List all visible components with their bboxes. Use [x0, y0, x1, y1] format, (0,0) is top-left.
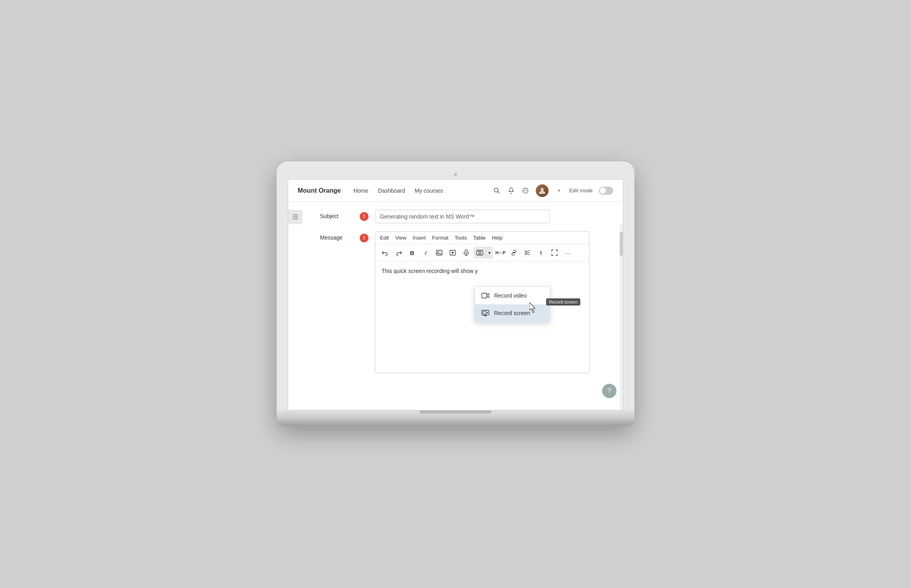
- svg-point-30: [487, 312, 488, 313]
- scrollbar-thumb[interactable]: [620, 232, 623, 256]
- svg-rect-29: [483, 311, 487, 314]
- camera-dropdown-arrow[interactable]: ▾: [486, 247, 493, 259]
- camera-button-main[interactable]: [474, 247, 486, 259]
- laptop-screen: Mount Orange Home Dashboard My courses: [288, 179, 623, 410]
- fullscreen-button[interactable]: [549, 247, 560, 259]
- svg-line-1: [498, 191, 500, 193]
- menu-insert[interactable]: Insert: [413, 235, 426, 241]
- record-audio-button[interactable]: [460, 247, 472, 259]
- svg-rect-10: [436, 250, 442, 255]
- record-video-item[interactable]: Record video: [475, 287, 550, 304]
- menu-table[interactable]: Table: [473, 235, 485, 241]
- messages-icon[interactable]: [521, 187, 529, 195]
- notifications-icon[interactable]: [507, 187, 515, 195]
- insert-media-button[interactable]: [447, 247, 459, 259]
- scrollbar-track: [620, 224, 623, 410]
- nav-home[interactable]: Home: [353, 188, 368, 194]
- svg-point-4: [525, 190, 526, 191]
- help-button[interactable]: ?: [602, 384, 616, 398]
- svg-marker-25: [487, 294, 489, 298]
- search-icon[interactable]: [493, 187, 501, 195]
- record-screen-item[interactable]: Record screen: [475, 304, 550, 322]
- svg-rect-17: [477, 251, 483, 255]
- svg-point-5: [526, 190, 527, 191]
- menu-view[interactable]: View: [395, 235, 406, 241]
- insert-link-button[interactable]: [508, 247, 520, 259]
- editor-menubar: Edit View Insert Format Tools Table Help: [375, 232, 589, 244]
- user-dropdown-icon[interactable]: ▾: [555, 187, 563, 195]
- edit-mode-toggle[interactable]: [599, 187, 613, 195]
- menu-format[interactable]: Format: [432, 235, 448, 241]
- record-video-label: Record video: [494, 292, 527, 299]
- redo-button[interactable]: [393, 247, 405, 259]
- subject-label: Subject: [320, 210, 360, 219]
- menu-help[interactable]: Help: [492, 235, 502, 241]
- svg-point-19: [525, 251, 527, 252]
- svg-point-18: [479, 252, 481, 254]
- subject-row: Subject !: [320, 210, 599, 223]
- svg-point-3: [524, 190, 525, 191]
- record-screen-tooltip: Record screen: [546, 298, 580, 306]
- record-video-icon: [481, 291, 490, 300]
- camera-dropdown-menu: Record video Record screen: [475, 286, 550, 322]
- svg-rect-9: [293, 219, 298, 219]
- message-label: Message: [320, 231, 360, 241]
- svg-point-6: [541, 188, 544, 191]
- italic-button[interactable]: I: [420, 247, 432, 259]
- main-content: Subject ! Message ! Edit View Insert: [288, 202, 623, 410]
- sidebar-toggle-button[interactable]: [288, 210, 302, 224]
- editor-content: This quick screen recording will show y: [382, 268, 478, 274]
- laptop-bottom: [277, 419, 634, 426]
- svg-line-22: [527, 253, 530, 255]
- navbar: Mount Orange Home Dashboard My courses: [288, 180, 623, 202]
- editor-toolbar: B I: [375, 244, 589, 261]
- svg-rect-7: [293, 215, 298, 215]
- svg-point-20: [525, 253, 527, 255]
- navbar-actions: ▾ Edit mode: [493, 184, 613, 197]
- bold-button[interactable]: B: [406, 247, 418, 259]
- menu-tools[interactable]: Tools: [455, 235, 467, 241]
- edit-mode-label: Edit mode: [569, 188, 593, 193]
- menu-edit[interactable]: Edit: [380, 235, 389, 241]
- nav-my-courses[interactable]: My courses: [415, 188, 443, 194]
- nav-dashboard[interactable]: Dashboard: [378, 188, 405, 194]
- subject-input[interactable]: [375, 210, 550, 223]
- svg-line-21: [527, 250, 530, 252]
- avatar[interactable]: [536, 184, 549, 197]
- editor-container: Edit View Insert Format Tools Table Help: [375, 231, 589, 373]
- message-required-icon: !: [360, 234, 368, 242]
- svg-point-11: [438, 251, 439, 253]
- accessibility-button[interactable]: !: [535, 247, 547, 259]
- svg-rect-8: [293, 217, 298, 217]
- record-screen-icon: [481, 308, 490, 318]
- subject-required-icon: !: [360, 212, 368, 221]
- laptop-camera: [454, 173, 457, 176]
- message-row: Message ! Edit View Insert Format Tools …: [320, 231, 599, 373]
- undo-button[interactable]: [379, 247, 391, 259]
- camera-button-group[interactable]: ▾: [474, 247, 493, 259]
- svg-rect-14: [465, 250, 467, 253]
- navbar-nav: Home Dashboard My courses: [353, 188, 493, 194]
- svg-rect-24: [482, 293, 487, 298]
- record-screen-label: Record screen: [494, 310, 530, 316]
- h5p-button[interactable]: H↔P: [494, 247, 506, 259]
- svg-marker-13: [452, 251, 454, 254]
- laptop-frame: Mount Orange Home Dashboard My courses: [277, 162, 634, 426]
- scissors-button[interactable]: [521, 247, 533, 259]
- content-area: Subject ! Message ! Edit View Insert: [288, 202, 623, 410]
- insert-image-button[interactable]: [433, 247, 445, 259]
- navbar-brand: Mount Orange: [298, 187, 341, 194]
- laptop-base: [277, 410, 634, 419]
- more-button[interactable]: ···: [562, 247, 574, 259]
